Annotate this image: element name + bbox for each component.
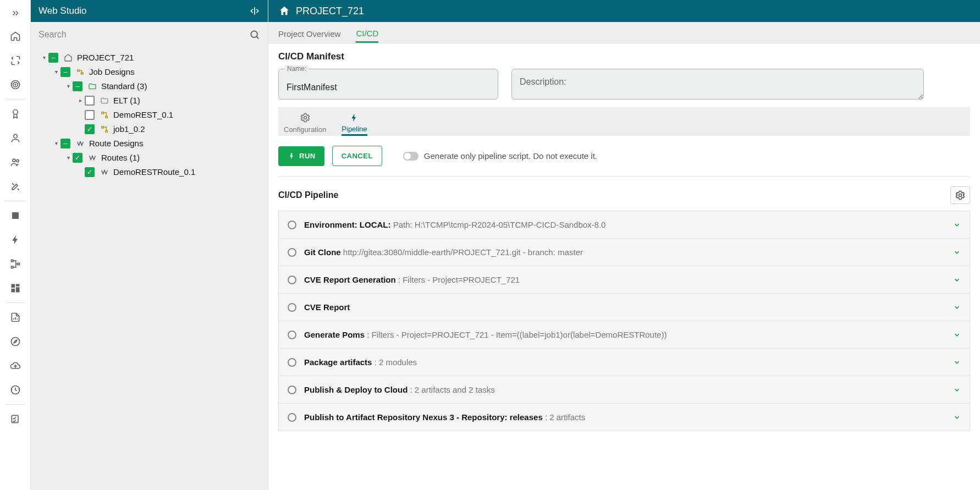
tree-node-routes[interactable]: ▾ ✓ Routes (1) (33, 151, 266, 165)
cancel-button[interactable]: CANCEL (332, 146, 382, 166)
target-icon[interactable] (2, 74, 29, 96)
checkbox-checked[interactable]: ✓ (85, 167, 95, 177)
chevron-down-icon[interactable] (953, 386, 961, 394)
content: CI/CD Manifest Name: Configuration (268, 43, 980, 431)
home-icon (63, 52, 74, 63)
chevron-down-icon[interactable] (953, 304, 961, 311)
tree-node-demorestroute[interactable]: ✓ DemoRESTRoute_0.1 (33, 165, 266, 179)
step-status-icon (288, 276, 296, 284)
users-icon[interactable] (2, 151, 29, 173)
flash-icon[interactable] (2, 229, 29, 251)
sidebar-header: Web Studio (31, 0, 268, 22)
checkbox-checked[interactable]: – (60, 67, 70, 77)
tree-node-job-designs[interactable]: ▾ – Job Designs (33, 65, 266, 79)
tab-project-overview[interactable]: Project Overview (278, 29, 340, 43)
pipeline-step[interactable]: Publish & Deploy to Cloud : 2 artifacts … (278, 376, 970, 404)
search-input[interactable] (38, 30, 249, 40)
svg-rect-23 (78, 70, 80, 71)
tools-icon[interactable] (2, 175, 29, 197)
tree-node-demorest[interactable]: DemoREST_0.1 (33, 108, 266, 122)
subtab-pipeline[interactable]: Pipeline (342, 113, 367, 136)
component-icon[interactable] (2, 205, 29, 227)
chevron-down-icon[interactable] (953, 414, 961, 421)
tree-node-standard[interactable]: ▾ – Standard (3) (33, 79, 266, 93)
pipeline-step[interactable]: Publish to Artifact Repository Nexus 3 -… (278, 404, 970, 431)
pipeline-step[interactable]: Package artifacts : 2 modules (278, 349, 970, 376)
checkbox-checked[interactable]: ✓ (85, 124, 95, 134)
tree-node-route-designs[interactable]: ▾ – Route Designs (33, 136, 266, 151)
expand-rail-button[interactable] (2, 2, 29, 24)
folder-icon (99, 95, 110, 106)
run-button[interactable]: RUN (278, 146, 324, 166)
tree-node-elt[interactable]: ▸ ELT (1) (33, 93, 266, 108)
tree-node-project[interactable]: ▾ – PROJECT_721 (33, 51, 266, 65)
svg-rect-13 (15, 287, 19, 292)
generate-only-toggle[interactable] (403, 152, 419, 161)
chevron-down-icon[interactable] (953, 276, 961, 284)
pipeline-list: Environment: LOCAL: Path: H:\TCMP\tcmp-R… (278, 211, 970, 431)
checkbox-unchecked[interactable] (85, 96, 95, 106)
svg-rect-12 (15, 284, 19, 287)
step-text: Git Clone http://gitea:3080/middle-earth… (304, 247, 945, 257)
subtab-configuration[interactable]: Configuration (284, 112, 326, 136)
pipeline-step[interactable]: CVE Report (278, 294, 970, 321)
checkbox-checked[interactable]: – (73, 81, 82, 91)
tree-node-job1[interactable]: ✓ job1_0.2 (33, 122, 266, 136)
svg-rect-19 (12, 415, 18, 422)
dashboard-icon[interactable] (2, 277, 29, 299)
collapse-sidebar-icon[interactable] (249, 5, 260, 16)
svg-point-15 (11, 338, 19, 346)
cloud-upload-icon[interactable] (2, 355, 29, 377)
checkbox-unchecked[interactable] (85, 110, 95, 120)
chevron-down-icon[interactable] (953, 359, 961, 366)
step-text: Generate Poms : Filters - Project=PROJEC… (304, 330, 945, 339)
manifest-name-field: Name: (278, 69, 498, 102)
gear-icon (300, 112, 311, 123)
search-icon[interactable] (249, 29, 260, 40)
pipeline-step[interactable]: Environment: LOCAL: Path: H:\TCMP\tcmp-R… (278, 211, 970, 239)
file-chart-icon[interactable] (2, 306, 29, 328)
pipeline-step[interactable]: CVE Report Generation : Filters - Projec… (278, 266, 970, 294)
chevron-down-icon[interactable] (953, 249, 961, 256)
tree-label: Standard (3) (101, 79, 147, 93)
step-text: CVE Report (304, 302, 945, 312)
manifest-desc-input[interactable] (511, 69, 924, 100)
folder-icon (87, 81, 98, 92)
step-text: Publish to Artifact Repository Nexus 3 -… (304, 412, 945, 422)
manifest-name-input[interactable] (278, 69, 498, 100)
home-icon[interactable] (278, 5, 290, 17)
compass-icon[interactable] (2, 331, 29, 353)
schedule-icon[interactable] (2, 379, 29, 401)
hierarchy-icon[interactable] (2, 253, 29, 275)
user-icon[interactable] (2, 127, 29, 149)
import-export-icon[interactable] (2, 49, 29, 71)
caret-right-icon[interactable]: ▸ (76, 93, 85, 108)
checkbox-checked[interactable]: – (60, 139, 70, 148)
checklist-icon[interactable] (2, 408, 29, 430)
checkbox-checked[interactable]: – (48, 53, 58, 63)
checkbox-checked[interactable]: ✓ (73, 153, 82, 163)
step-text: CVE Report Generation : Filters - Projec… (304, 275, 945, 284)
caret-down-icon[interactable]: ▾ (52, 136, 60, 151)
caret-down-icon[interactable]: ▾ (52, 65, 60, 79)
pipeline-step[interactable]: Git Clone http://gitea:3080/middle-earth… (278, 239, 970, 266)
pipeline-step[interactable]: Generate Poms : Filters - Project=PROJEC… (278, 321, 970, 349)
badge-icon[interactable] (2, 103, 29, 125)
home-icon[interactable] (2, 25, 29, 47)
caret-down-icon[interactable]: ▾ (40, 51, 48, 65)
svg-point-31 (959, 194, 962, 197)
caret-down-icon[interactable]: ▾ (64, 79, 73, 93)
cancel-label: CANCEL (342, 152, 373, 160)
caret-down-icon[interactable]: ▾ (64, 151, 73, 165)
svg-rect-10 (18, 263, 19, 265)
svg-point-5 (13, 159, 15, 162)
sidebar-search (31, 22, 268, 47)
run-label: RUN (299, 152, 316, 160)
step-status-icon (288, 331, 296, 339)
svg-marker-16 (13, 340, 17, 344)
route-icon (99, 167, 110, 178)
pipeline-settings-button[interactable] (950, 186, 970, 204)
chevron-down-icon[interactable] (953, 221, 961, 229)
tab-cicd[interactable]: CI/CD (356, 29, 378, 43)
chevron-down-icon[interactable] (953, 331, 961, 339)
